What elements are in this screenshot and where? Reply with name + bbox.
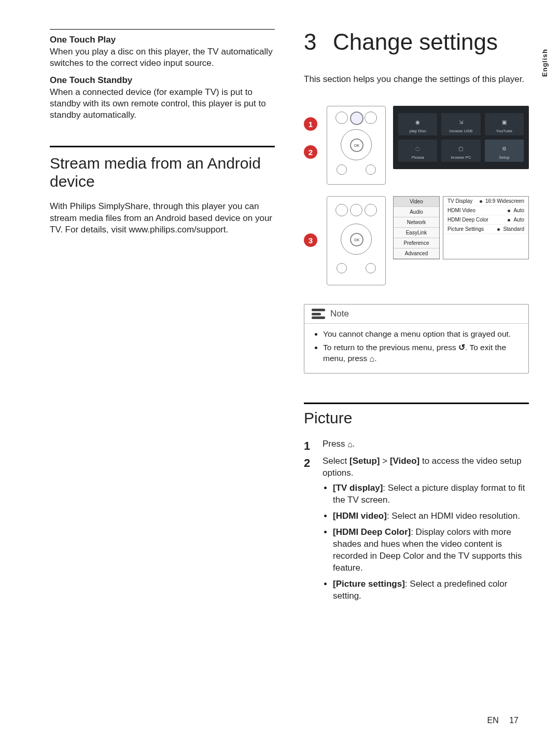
- home-icon: ⌂: [347, 439, 353, 450]
- note-box: Note You cannot change a menu option tha…: [304, 304, 529, 373]
- home-tile-browse-usb: ⇲browse USB: [441, 113, 480, 135]
- chapter-heading-text: Change settings: [333, 29, 498, 54]
- settings-category-list: Video Audio Network EasyLink Preference …: [393, 196, 440, 259]
- step-2: 2 Select [Setup] > [Video] to access the…: [304, 455, 529, 606]
- one-touch-play-body: When you play a disc on this player, the…: [50, 46, 275, 69]
- step-body: Select [Setup] > [Video] to access the v…: [323, 455, 529, 606]
- one-touch-standby-title: One Touch Standby: [50, 75, 275, 86]
- settings-values-panel: TV Display16:9 Widescreen HDMI VideoAuto…: [443, 196, 529, 259]
- settings-row: TV Display16:9 Widescreen: [443, 197, 528, 206]
- disc-icon: ◉: [415, 115, 420, 129]
- remote-illustration-top: OK: [327, 106, 386, 185]
- section-rule: [304, 403, 529, 404]
- left-column: One Touch Play When you play a disc on t…: [50, 29, 275, 747]
- home-tile-picasa: ◌Picasa: [398, 140, 437, 162]
- marker-stack: 1 2: [304, 117, 319, 159]
- picture-steps: 1 Press ⌂. 2 Select [Setup] > [Video] to…: [304, 438, 529, 606]
- settings-cat-advanced: Advanced: [394, 248, 439, 259]
- note-body: You cannot change a menu option that is …: [304, 324, 528, 372]
- youtube-icon: ▣: [502, 115, 507, 129]
- step-number: 2: [304, 455, 315, 606]
- section-rule: [50, 146, 275, 147]
- note-header: Note: [304, 305, 528, 324]
- settings-row: Picture SettingsStandard: [443, 225, 528, 234]
- step-number: 1: [304, 438, 315, 454]
- chapter-intro: This section helps you change the settin…: [304, 74, 529, 85]
- settings-cat-network: Network: [394, 217, 439, 228]
- setup-icon: ⚙: [502, 142, 507, 155]
- chapter-title: 3Change settings: [304, 29, 529, 55]
- home-tile-browse-pc: ▢browse PC: [441, 140, 480, 162]
- pc-icon: ▢: [458, 142, 463, 155]
- chapter-number: 3: [304, 29, 333, 55]
- picture-option: [HDMI Deep Color]: Display colors with m…: [333, 527, 529, 574]
- home-tile-setup: ⚙Setup: [485, 140, 524, 162]
- diagram-remote-and-home: 1 2 OK ◉play Disc ⇲browse USB ▣YouTube ◌…: [304, 106, 529, 185]
- picture-option: [HDMI video]: Select an HDMI video resol…: [333, 510, 529, 522]
- right-column: 3Change settings This section helps you …: [304, 29, 529, 747]
- page-footer: EN 17: [487, 716, 519, 725]
- picture-options-list: [TV display]: Select a picture display f…: [323, 482, 529, 602]
- stream-body: With Philips SimplyShare, through this p…: [50, 201, 275, 235]
- step-marker-3: 3: [304, 233, 317, 247]
- settings-row: HDMI VideoAuto: [443, 206, 528, 215]
- remote-illustration-bottom: OK: [327, 196, 386, 285]
- settings-row: HDMI Deep ColorAuto: [443, 215, 528, 225]
- diagram-settings: 3 OK Video Audio Network EasyLink Prefer…: [304, 196, 529, 285]
- picture-heading: Picture: [304, 409, 529, 427]
- note-item: To return to the previous menu, press ↺.…: [323, 342, 519, 365]
- picture-option: [Picture settings]: Select a predefined …: [333, 578, 529, 602]
- tv-home-menu: ◉play Disc ⇲browse USB ▣YouTube ◌Picasa …: [393, 106, 529, 169]
- settings-cat-audio: Audio: [394, 207, 439, 217]
- back-icon: ↺: [458, 342, 465, 353]
- home-icon: ⌂: [370, 353, 375, 365]
- one-touch-standby-body: When a connected device (for example TV)…: [50, 87, 275, 121]
- manual-page: One Touch Play When you play a disc on t…: [0, 0, 560, 747]
- step-body: Press ⌂.: [323, 438, 529, 454]
- home-tile-play-disc: ◉play Disc: [398, 113, 437, 135]
- settings-menu: Video Audio Network EasyLink Preference …: [393, 196, 529, 259]
- stream-heading: Stream media from an Android device: [50, 155, 275, 190]
- settings-cat-video: Video: [394, 197, 439, 207]
- rule: [50, 29, 275, 30]
- one-touch-play-title: One Touch Play: [50, 35, 275, 45]
- footer-lang: EN: [487, 716, 499, 725]
- step-marker-1: 1: [304, 117, 317, 131]
- footer-page-number: 17: [509, 716, 519, 725]
- note-icon: [312, 309, 325, 319]
- note-item: You cannot change a menu option that is …: [323, 329, 519, 340]
- home-tile-youtube: ▣YouTube: [485, 113, 524, 135]
- settings-cat-easylink: EasyLink: [394, 228, 439, 238]
- picasa-icon: ◌: [415, 142, 420, 155]
- step-1: 1 Press ⌂.: [304, 438, 529, 454]
- usb-icon: ⇲: [459, 115, 463, 129]
- step-marker-2: 2: [304, 145, 317, 159]
- picture-option: [TV display]: Select a picture display f…: [333, 482, 529, 506]
- language-tab: English: [541, 49, 549, 77]
- note-title: Note: [330, 309, 349, 319]
- settings-cat-preference: Preference: [394, 238, 439, 248]
